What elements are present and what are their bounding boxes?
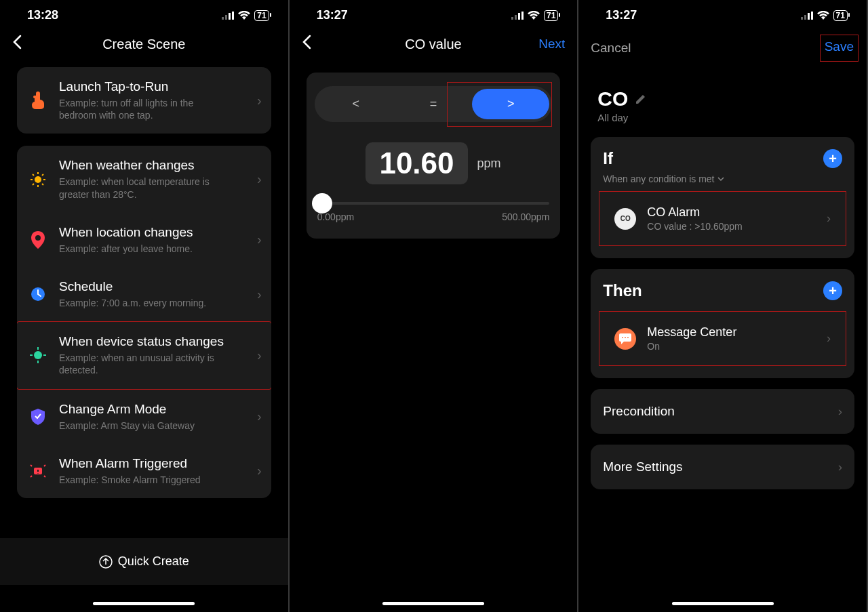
header: Create Scene xyxy=(0,28,288,67)
item-location[interactable]: When location changes Example: after you… xyxy=(17,213,271,267)
condition-subtitle: CO value : >10.60ppm xyxy=(647,221,816,232)
home-indicator[interactable] xyxy=(93,602,195,605)
battery-icon: 71 xyxy=(833,10,848,21)
operator-equals[interactable]: = xyxy=(395,89,472,119)
scene-name: CO xyxy=(597,87,628,110)
if-subtitle[interactable]: When any condition is met xyxy=(591,174,854,191)
value-number[interactable]: 10.60 xyxy=(366,142,467,184)
battery-icon: 71 xyxy=(254,10,269,21)
svg-point-31 xyxy=(625,337,626,338)
item-subtitle: Example: Arm Stay via Gateway xyxy=(59,420,222,432)
scene-name-section: CO All day xyxy=(578,75,867,126)
highlight-action: Message Center On › xyxy=(599,311,846,366)
highlight-condition: CO CO Alarm CO value : >10.60ppm › xyxy=(599,191,846,246)
item-subtitle: Example: turn off all lights in the bedr… xyxy=(59,97,222,121)
condition-co-alarm[interactable]: CO CO Alarm CO value : >10.60ppm › xyxy=(602,195,843,243)
item-arm-mode[interactable]: Change Arm Mode Example: Arm Stay via Ga… xyxy=(17,390,271,444)
svg-rect-28 xyxy=(808,13,810,20)
svg-line-11 xyxy=(33,184,34,185)
value-unit: ppm xyxy=(477,157,501,171)
svg-rect-1 xyxy=(225,15,227,20)
edit-icon[interactable] xyxy=(635,93,647,105)
status-bar: 13:27 71 xyxy=(578,0,867,28)
wifi-icon xyxy=(817,11,829,20)
tap-icon xyxy=(29,91,47,109)
chevron-left-icon xyxy=(302,35,311,49)
battery-icon: 71 xyxy=(544,10,558,21)
add-action-button[interactable]: + xyxy=(823,281,842,300)
card-conditions: When weather changes Example: when local… xyxy=(17,146,271,498)
item-title: When device status changes xyxy=(59,334,245,349)
clock: 13:28 xyxy=(27,8,58,22)
item-title: Change Arm Mode xyxy=(59,402,245,417)
svg-rect-22 xyxy=(511,17,513,20)
item-subtitle: Example: when local temperature is great… xyxy=(59,176,222,200)
precondition-label: Precondition xyxy=(603,404,675,419)
action-message-center[interactable]: Message Center On › xyxy=(602,314,843,363)
sun-icon xyxy=(29,171,47,188)
status-bar: 13:28 71 xyxy=(0,0,288,28)
svg-rect-0 xyxy=(222,17,224,20)
svg-rect-24 xyxy=(518,13,520,20)
item-subtitle: Example: after you leave home. xyxy=(59,243,222,255)
quick-create-button[interactable]: Quick Create xyxy=(0,538,288,585)
item-weather[interactable]: When weather changes Example: when local… xyxy=(17,146,271,212)
chevron-right-icon: › xyxy=(257,409,262,424)
if-label: If xyxy=(603,149,613,168)
svg-point-15 xyxy=(34,351,42,359)
more-settings-label: More Settings xyxy=(603,460,682,474)
then-label: Then xyxy=(603,281,642,300)
slider[interactable]: 0.00ppm 500.00ppm xyxy=(315,202,553,222)
item-schedule[interactable]: Schedule Example: 7:00 a.m. every mornin… xyxy=(17,267,271,321)
status-icons: 71 xyxy=(801,10,848,21)
home-indicator[interactable] xyxy=(382,602,484,605)
clock: 13:27 xyxy=(317,8,348,22)
signal-icon xyxy=(222,12,234,20)
item-tap-to-run[interactable]: Launch Tap-to-Run Example: turn off all … xyxy=(17,67,271,134)
operator-greater-than[interactable]: > xyxy=(472,89,549,119)
clock-icon xyxy=(29,287,47,302)
action-subtitle: On xyxy=(647,341,816,352)
operator-less-than[interactable]: < xyxy=(317,89,395,119)
chevron-right-icon: › xyxy=(257,93,262,108)
message-icon xyxy=(614,328,636,350)
next-button[interactable]: Next xyxy=(538,37,565,52)
chevron-right-icon: › xyxy=(257,463,262,478)
value-display: 10.60 ppm xyxy=(315,142,553,184)
back-button[interactable] xyxy=(302,35,322,54)
chevron-right-icon: › xyxy=(827,331,831,346)
item-device-status[interactable]: When device status changes Example: when… xyxy=(17,322,271,388)
then-block: Then + Message Center On › xyxy=(591,269,854,378)
chevron-right-icon: › xyxy=(257,171,262,187)
location-icon xyxy=(29,231,47,249)
wifi-icon xyxy=(238,11,250,20)
cancel-button[interactable]: Cancel xyxy=(591,41,631,56)
upload-icon xyxy=(99,555,113,569)
item-title: When weather changes xyxy=(59,158,245,173)
item-title: When location changes xyxy=(59,225,245,240)
scene-schedule: All day xyxy=(597,112,848,123)
chevron-down-icon xyxy=(717,177,724,182)
precondition-row[interactable]: Precondition › xyxy=(591,389,854,434)
slider-thumb[interactable] xyxy=(312,193,332,213)
svg-rect-23 xyxy=(515,15,517,20)
item-title: Schedule xyxy=(59,279,245,294)
page-title: CO value xyxy=(405,37,461,52)
back-button[interactable] xyxy=(12,35,33,54)
save-button[interactable]: Save xyxy=(825,39,854,54)
svg-point-30 xyxy=(622,337,623,338)
clock: 13:27 xyxy=(606,8,637,22)
home-indicator[interactable] xyxy=(672,602,774,605)
phone-screen-2: 13:27 71 CO value Next < = > 10.60 ppm xyxy=(290,0,579,612)
signal-icon xyxy=(801,12,813,20)
svg-line-10 xyxy=(42,184,43,185)
svg-rect-29 xyxy=(811,12,813,20)
item-subtitle: Example: when an unusual activity is det… xyxy=(59,352,222,376)
add-condition-button[interactable]: + xyxy=(823,149,842,168)
item-title: Launch Tap-to-Run xyxy=(59,79,245,94)
item-title: When Alarm Triggered xyxy=(59,456,245,471)
header: CO value Next xyxy=(290,28,578,67)
svg-line-12 xyxy=(42,174,43,176)
more-settings-row[interactable]: More Settings › xyxy=(591,445,854,489)
item-alarm-triggered[interactable]: When Alarm Triggered Example: Smoke Alar… xyxy=(17,444,271,498)
